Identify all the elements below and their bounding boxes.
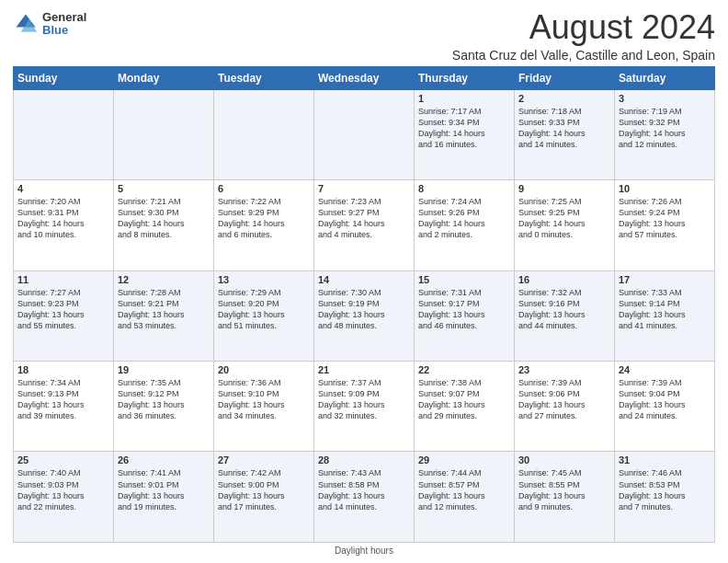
day-number: 7 xyxy=(318,183,410,194)
header-day-tuesday: Tuesday xyxy=(214,66,314,89)
day-info: Sunrise: 7:21 AM Sunset: 9:30 PM Dayligh… xyxy=(118,196,210,241)
day-cell: 3Sunrise: 7:19 AM Sunset: 9:32 PM Daylig… xyxy=(615,89,715,179)
day-cell: 28Sunrise: 7:43 AM Sunset: 8:58 PM Dayli… xyxy=(314,452,415,543)
day-number: 1 xyxy=(418,93,510,104)
title-block: August 2024 Santa Cruz del Valle, Castil… xyxy=(452,9,715,63)
week-row-5: 25Sunrise: 7:40 AM Sunset: 9:03 PM Dayli… xyxy=(14,452,715,543)
day-number: 21 xyxy=(318,364,410,375)
day-cell: 14Sunrise: 7:30 AM Sunset: 9:19 PM Dayli… xyxy=(314,270,415,361)
day-info: Sunrise: 7:23 AM Sunset: 9:27 PM Dayligh… xyxy=(318,196,410,241)
day-number: 4 xyxy=(17,183,109,194)
week-row-3: 11Sunrise: 7:27 AM Sunset: 9:23 PM Dayli… xyxy=(14,270,715,361)
day-cell: 18Sunrise: 7:34 AM Sunset: 9:13 PM Dayli… xyxy=(14,362,114,452)
day-number: 23 xyxy=(518,364,610,375)
header-day-saturday: Saturday xyxy=(615,66,715,89)
day-number: 26 xyxy=(118,454,210,465)
day-cell: 13Sunrise: 7:29 AM Sunset: 9:20 PM Dayli… xyxy=(214,270,314,361)
day-cell: 27Sunrise: 7:42 AM Sunset: 9:00 PM Dayli… xyxy=(214,452,314,543)
header-day-monday: Monday xyxy=(114,66,214,89)
day-info: Sunrise: 7:41 AM Sunset: 9:01 PM Dayligh… xyxy=(118,467,210,512)
day-number: 8 xyxy=(418,183,510,194)
day-number: 29 xyxy=(418,454,510,465)
day-info: Sunrise: 7:37 AM Sunset: 9:09 PM Dayligh… xyxy=(318,377,410,422)
day-cell: 4Sunrise: 7:20 AM Sunset: 9:31 PM Daylig… xyxy=(14,180,114,270)
page: General Blue August 2024 Santa Cruz del … xyxy=(0,0,728,563)
logo-general-text: General xyxy=(42,11,86,24)
week-row-2: 4Sunrise: 7:20 AM Sunset: 9:31 PM Daylig… xyxy=(14,180,715,270)
day-cell: 30Sunrise: 7:45 AM Sunset: 8:55 PM Dayli… xyxy=(515,452,615,543)
header-day-thursday: Thursday xyxy=(415,66,515,89)
day-info: Sunrise: 7:36 AM Sunset: 9:10 PM Dayligh… xyxy=(218,377,310,422)
header: General Blue August 2024 Santa Cruz del … xyxy=(13,9,715,63)
day-info: Sunrise: 7:42 AM Sunset: 9:00 PM Dayligh… xyxy=(218,467,310,512)
logo-blue-text: Blue xyxy=(42,24,86,37)
day-number: 31 xyxy=(619,454,711,465)
day-number: 22 xyxy=(418,364,510,375)
day-info: Sunrise: 7:30 AM Sunset: 9:19 PM Dayligh… xyxy=(318,287,410,332)
day-cell: 21Sunrise: 7:37 AM Sunset: 9:09 PM Dayli… xyxy=(314,362,415,452)
logo-text: General Blue xyxy=(42,11,86,38)
day-info: Sunrise: 7:39 AM Sunset: 9:06 PM Dayligh… xyxy=(518,377,610,422)
day-info: Sunrise: 7:32 AM Sunset: 9:16 PM Dayligh… xyxy=(518,287,610,332)
day-cell: 7Sunrise: 7:23 AM Sunset: 9:27 PM Daylig… xyxy=(314,180,415,270)
day-cell: 10Sunrise: 7:26 AM Sunset: 9:24 PM Dayli… xyxy=(615,180,715,270)
day-cell xyxy=(214,89,314,179)
day-number: 12 xyxy=(118,274,210,285)
day-number: 15 xyxy=(418,274,510,285)
day-info: Sunrise: 7:26 AM Sunset: 9:24 PM Dayligh… xyxy=(619,196,711,241)
day-cell: 2Sunrise: 7:18 AM Sunset: 9:33 PM Daylig… xyxy=(515,89,615,179)
day-number: 25 xyxy=(17,454,109,465)
day-cell: 26Sunrise: 7:41 AM Sunset: 9:01 PM Dayli… xyxy=(114,452,214,543)
day-cell: 17Sunrise: 7:33 AM Sunset: 9:14 PM Dayli… xyxy=(615,270,715,361)
day-cell xyxy=(314,89,415,179)
day-cell: 25Sunrise: 7:40 AM Sunset: 9:03 PM Dayli… xyxy=(14,452,114,543)
day-cell: 31Sunrise: 7:46 AM Sunset: 8:53 PM Dayli… xyxy=(615,452,715,543)
day-info: Sunrise: 7:28 AM Sunset: 9:21 PM Dayligh… xyxy=(118,287,210,332)
day-info: Sunrise: 7:38 AM Sunset: 9:07 PM Dayligh… xyxy=(418,377,510,422)
day-number: 28 xyxy=(318,454,410,465)
header-day-friday: Friday xyxy=(515,66,615,89)
day-cell xyxy=(14,89,114,179)
day-number: 18 xyxy=(17,364,109,375)
day-info: Sunrise: 7:45 AM Sunset: 8:55 PM Dayligh… xyxy=(518,467,610,512)
day-info: Sunrise: 7:46 AM Sunset: 8:53 PM Dayligh… xyxy=(619,467,711,512)
day-cell: 5Sunrise: 7:21 AM Sunset: 9:30 PM Daylig… xyxy=(114,180,214,270)
day-info: Sunrise: 7:29 AM Sunset: 9:20 PM Dayligh… xyxy=(218,287,310,332)
day-number: 17 xyxy=(619,274,711,285)
day-number: 24 xyxy=(619,364,711,375)
day-info: Sunrise: 7:18 AM Sunset: 9:33 PM Dayligh… xyxy=(518,106,610,151)
day-info: Sunrise: 7:33 AM Sunset: 9:14 PM Dayligh… xyxy=(619,287,711,332)
day-cell: 23Sunrise: 7:39 AM Sunset: 9:06 PM Dayli… xyxy=(515,362,615,452)
day-info: Sunrise: 7:27 AM Sunset: 9:23 PM Dayligh… xyxy=(17,287,109,332)
day-cell: 19Sunrise: 7:35 AM Sunset: 9:12 PM Dayli… xyxy=(114,362,214,452)
day-number: 5 xyxy=(118,183,210,194)
day-number: 13 xyxy=(218,274,310,285)
day-cell xyxy=(114,89,214,179)
day-info: Sunrise: 7:43 AM Sunset: 8:58 PM Dayligh… xyxy=(318,467,410,512)
day-info: Sunrise: 7:25 AM Sunset: 9:25 PM Dayligh… xyxy=(518,196,610,241)
logo: General Blue xyxy=(13,11,86,38)
calendar-header: SundayMondayTuesdayWednesdayThursdayFrid… xyxy=(14,66,715,89)
day-cell: 20Sunrise: 7:36 AM Sunset: 9:10 PM Dayli… xyxy=(214,362,314,452)
day-number: 16 xyxy=(518,274,610,285)
day-info: Sunrise: 7:17 AM Sunset: 9:34 PM Dayligh… xyxy=(418,106,510,151)
day-number: 30 xyxy=(518,454,610,465)
day-info: Sunrise: 7:40 AM Sunset: 9:03 PM Dayligh… xyxy=(17,467,109,512)
day-cell: 8Sunrise: 7:24 AM Sunset: 9:26 PM Daylig… xyxy=(415,180,515,270)
day-info: Sunrise: 7:24 AM Sunset: 9:26 PM Dayligh… xyxy=(418,196,510,241)
footer-note: Daylight hours xyxy=(13,546,715,556)
day-number: 14 xyxy=(318,274,410,285)
day-info: Sunrise: 7:19 AM Sunset: 9:32 PM Dayligh… xyxy=(619,106,711,151)
day-number: 2 xyxy=(518,93,610,104)
calendar-table: SundayMondayTuesdayWednesdayThursdayFrid… xyxy=(13,66,715,543)
header-day-sunday: Sunday xyxy=(14,66,114,89)
day-cell: 1Sunrise: 7:17 AM Sunset: 9:34 PM Daylig… xyxy=(415,89,515,179)
day-info: Sunrise: 7:39 AM Sunset: 9:04 PM Dayligh… xyxy=(619,377,711,422)
day-info: Sunrise: 7:31 AM Sunset: 9:17 PM Dayligh… xyxy=(418,287,510,332)
day-info: Sunrise: 7:34 AM Sunset: 9:13 PM Dayligh… xyxy=(17,377,109,422)
day-info: Sunrise: 7:44 AM Sunset: 8:57 PM Dayligh… xyxy=(418,467,510,512)
day-info: Sunrise: 7:20 AM Sunset: 9:31 PM Dayligh… xyxy=(17,196,109,241)
day-number: 11 xyxy=(17,274,109,285)
day-cell: 9Sunrise: 7:25 AM Sunset: 9:25 PM Daylig… xyxy=(515,180,615,270)
day-number: 27 xyxy=(218,454,310,465)
